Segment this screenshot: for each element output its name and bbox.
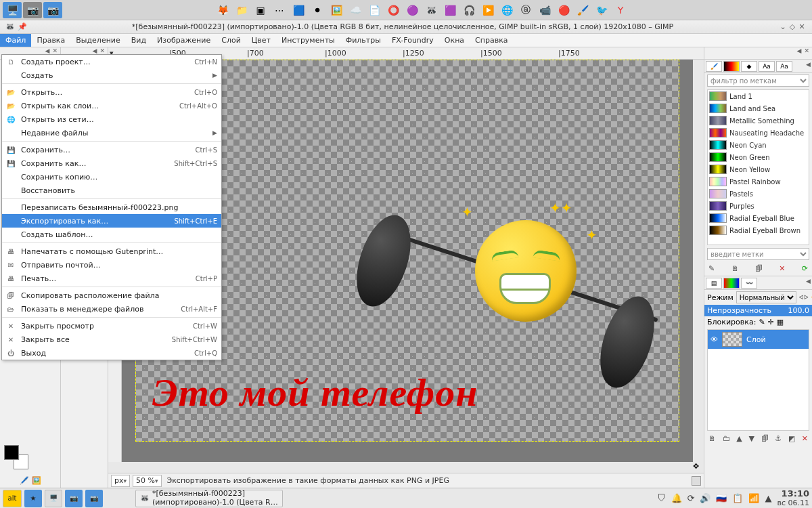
file-menu-экспортировать-как-[interactable]: Экспортировать как…Shift+Ctrl+E	[2, 214, 221, 228]
tray-up-icon[interactable]: ▲	[765, 493, 771, 503]
canvas-scrollbar-vertical[interactable]	[693, 60, 704, 462]
edit-gradient-icon[interactable]: ✎	[708, 264, 715, 273]
tray-flag-icon[interactable]: 🇷🇺	[716, 493, 727, 503]
nav-thumb-icon[interactable]	[692, 476, 701, 486]
tray-shield-icon[interactable]: ⛉	[657, 493, 666, 503]
start-menu-icon[interactable]: alt	[3, 490, 22, 507]
tags-input[interactable]: введите метки	[707, 248, 809, 260]
app-icon-k[interactable]: 🌐	[498, 2, 516, 18]
tray-clip-icon[interactable]: 📋	[732, 493, 743, 503]
layers-tab[interactable]: ▤	[706, 278, 722, 289]
app-icon-b[interactable]: ⚫	[309, 2, 326, 18]
firefox-icon[interactable]: 🦊	[214, 2, 231, 18]
menu-слой[interactable]: Слой	[216, 34, 246, 47]
tray-clock[interactable]: 13:10 вс 06.11	[777, 489, 809, 507]
files-icon[interactable]: 📁	[233, 2, 250, 18]
taskbar-app-1[interactable]: 🖥️	[3, 2, 22, 18]
unit-selector[interactable]: px ▾	[111, 475, 130, 487]
tab-menu-icon[interactable]: ◀	[806, 61, 811, 71]
lower-layer-icon[interactable]: ▼	[748, 434, 754, 443]
zoom-selector[interactable]: 50 % ▾	[133, 475, 161, 487]
fonts2-tab[interactable]: Aa	[776, 61, 792, 72]
gimp-icon[interactable]: 🦝	[422, 2, 440, 18]
layer-group-icon[interactable]: 🗀	[723, 434, 730, 443]
layers-tab-menu-icon[interactable]: ◀	[806, 278, 811, 288]
app-icon-g[interactable]: 🟣	[403, 2, 421, 18]
dock-close-icon[interactable]: ✕	[804, 47, 809, 59]
raise-layer-icon[interactable]: ▲	[736, 434, 742, 443]
gradients-tab[interactable]	[723, 61, 740, 72]
app-icon-n[interactable]: 🔴	[555, 2, 572, 18]
app-icon-p[interactable]: 🐦	[593, 2, 610, 18]
file-menu-открыть-[interactable]: 📂Открыть…Ctrl+O	[2, 85, 221, 99]
dup-gradient-icon[interactable]: 🗐	[755, 264, 763, 273]
minimize-icon[interactable]: ⌄	[778, 22, 788, 31]
tray-bell-icon[interactable]: 🔔	[671, 493, 682, 503]
paths-tab[interactable]: 〰️	[741, 278, 757, 289]
gradients-filter[interactable]: фильтр по меткам	[707, 75, 809, 87]
app-icon-f[interactable]: ⭕	[384, 2, 402, 18]
yandex-icon[interactable]: Y	[612, 2, 629, 18]
file-menu-сохранить-как-[interactable]: 💾Сохранить как…Shift+Ctrl+S	[2, 156, 221, 170]
dup-layer-icon[interactable]: 🗐	[761, 434, 769, 443]
lock-alpha-icon[interactable]: ▦	[777, 318, 784, 326]
merge-icon[interactable]: ⚓	[775, 434, 782, 443]
file-menu-создать[interactable]: Создать▶	[2, 68, 221, 82]
app-icon-o[interactable]: 🖌️	[574, 2, 591, 18]
file-menu-восстановить[interactable]: Восстановить	[2, 184, 221, 197]
menu-цвет[interactable]: Цвет	[246, 34, 276, 47]
app-icon-i[interactable]: 🎧	[460, 2, 478, 18]
images-icon[interactable]: 🖼️	[32, 476, 41, 485]
app-icon-j[interactable]: ▶️	[479, 2, 497, 18]
layers-list[interactable]: 👁 Слой	[707, 329, 809, 431]
gradient-item[interactable]: Pastel Rainbow	[708, 175, 809, 188]
fg-color-swatch[interactable]	[4, 445, 19, 460]
lock-pixels-icon[interactable]: ✎	[759, 318, 765, 326]
menu-вид[interactable]: Вид	[126, 34, 152, 47]
file-menu-недавние-файлы[interactable]: Недавние файлы▶	[2, 126, 221, 140]
file-menu-сохранить-[interactable]: 💾Сохранить…Ctrl+S	[2, 143, 221, 156]
taskbar-app-2[interactable]: 📷	[23, 2, 42, 18]
file-menu-печать-[interactable]: 🖶Печать…Ctrl+P	[2, 272, 221, 285]
color-swatches[interactable]	[0, 441, 60, 473]
gradient-item[interactable]: Neon Cyan	[708, 139, 809, 151]
file-menu-скопировать-расположение-файла[interactable]: 🗐Скопировать расположение файла	[2, 289, 221, 302]
taskbar-app-3[interactable]: 📷	[43, 2, 62, 18]
app-icon-m[interactable]: 📹	[536, 2, 554, 18]
dock-collapse-icon[interactable]: ◀	[797, 47, 802, 59]
fonts-tab[interactable]: Aa	[759, 61, 775, 72]
gradient-item[interactable]: Neon Green	[708, 151, 809, 163]
mask-icon[interactable]: ◩	[788, 434, 795, 443]
gradient-item[interactable]: Pastels	[708, 188, 809, 200]
gradient-item[interactable]: Land and Sea	[708, 102, 809, 114]
menu-fx-foundry[interactable]: FX-Foundry	[386, 34, 439, 47]
gradient-item[interactable]: Neon Yellow	[708, 163, 809, 175]
app-icon-d[interactable]: ☁️	[346, 2, 364, 18]
device-icon[interactable]: 🖊️	[20, 476, 29, 485]
file-menu-напечатать-с-помощью-gutenprint-[interactable]: 🖶Напечатать с помощью Gutenprint…	[2, 245, 221, 258]
panel-app-4[interactable]: 📷	[85, 490, 103, 507]
gradient-item[interactable]: Nauseating Headache	[708, 127, 809, 139]
file-menu-открыть-как-слои-[interactable]: 📂Открыть как слои…Ctrl+Alt+O	[2, 99, 221, 112]
file-menu-показать-в-менеджере-файлов[interactable]: 🗁Показать в менеджере файловCtrl+Alt+F	[2, 302, 221, 316]
file-menu-отправить-почтой-[interactable]: ✉Отправить почтой…	[2, 258, 221, 272]
app-icon-e[interactable]: 📄	[365, 2, 383, 18]
lock-position-icon[interactable]: ✛	[768, 318, 774, 326]
file-menu-открыть-из-сети-[interactable]: 🌐Открыть из сети…	[2, 112, 221, 126]
channels-tab[interactable]	[723, 278, 740, 289]
layer-item[interactable]: 👁 Слой	[708, 330, 809, 349]
tray-refresh-icon[interactable]: ⟳	[687, 493, 695, 503]
app-icon-l[interactable]: ⓐ	[517, 2, 535, 18]
menu-инструменты[interactable]: Инструменты	[276, 34, 340, 47]
layer-name[interactable]: Слой	[746, 335, 766, 344]
file-menu-закрыть-просмотр[interactable]: ✕Закрыть просмотрCtrl+W	[2, 319, 221, 333]
file-menu-сохранить-копию-[interactable]: Сохранить копию…	[2, 170, 221, 184]
app-icon-a[interactable]: 🟦	[290, 2, 307, 18]
gradient-item[interactable]: Land 1	[708, 90, 809, 102]
close-icon[interactable]: ✕	[797, 22, 807, 31]
gradients-list[interactable]: Land 1Land and SeaMetallic SomethingNaus…	[707, 89, 809, 245]
new-gradient-icon[interactable]: 🗎	[731, 264, 739, 273]
more-icon[interactable]: ⋯	[271, 2, 288, 18]
file-menu-закрыть-все[interactable]: ✕Закрыть всеShift+Ctrl+W	[2, 333, 221, 346]
pin-icon[interactable]: 📌	[18, 22, 27, 31]
